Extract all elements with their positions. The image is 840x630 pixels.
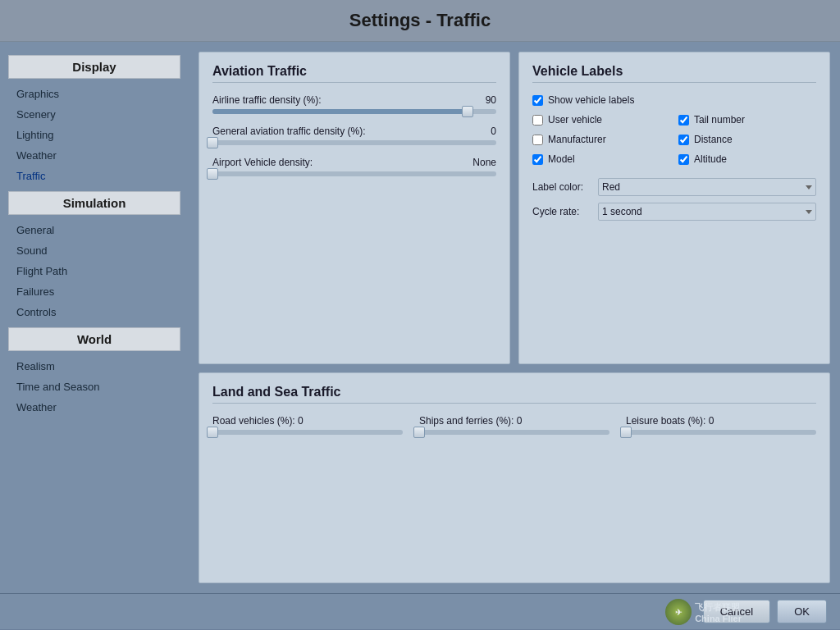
page-title: Settings - Traffic [349, 10, 491, 30]
sidebar-item-flight-path[interactable]: Flight Path [0, 261, 189, 281]
general-aviation-value: 0 [491, 126, 496, 137]
sidebar: Display Graphics Scenery Lighting Weathe… [0, 42, 189, 593]
road-vehicles-slider-row: Road vehicles (%): 0 [212, 415, 403, 435]
sidebar-item-controls[interactable]: Controls [0, 302, 189, 322]
watermark-logo: ✈ [665, 599, 692, 625]
airport-vehicle-track[interactable] [212, 171, 496, 176]
leisure-boats-slider-row: Leisure boats (%): 0 [626, 415, 816, 435]
manufacturer-row: Manufacturer [532, 134, 670, 145]
user-vehicle-checkbox[interactable] [532, 115, 543, 126]
altitude-row: Altitude [678, 153, 816, 165]
leisure-boats-label: Leisure boats (%): 0 [626, 415, 714, 427]
cycle-rate-label: Cycle rate: [532, 206, 598, 217]
airport-vehicle-slider-row: Airport Vehicle density: None [212, 157, 496, 176]
sidebar-item-general[interactable]: General [0, 220, 189, 240]
leisure-boats-value: 0 [709, 415, 714, 427]
general-aviation-label: General aviation traffic density (%): [212, 126, 366, 137]
general-aviation-slider-row: General aviation traffic density (%): 0 [212, 126, 496, 145]
sidebar-item-failures[interactable]: Failures [0, 281, 189, 302]
sidebar-item-graphics[interactable]: Graphics [0, 84, 189, 104]
sidebar-item-realism[interactable]: Realism [0, 356, 189, 377]
distance-row: Distance [678, 134, 816, 145]
manufacturer-checkbox[interactable] [532, 135, 543, 145]
show-vehicle-labels-checkbox[interactable] [532, 95, 543, 106]
show-vehicle-labels-text: Show vehicle labels [548, 94, 634, 106]
distance-checkbox[interactable] [678, 135, 689, 145]
show-vehicle-labels-row: Show vehicle labels [532, 94, 816, 106]
model-label: Model [548, 153, 575, 165]
leisure-boats-thumb[interactable] [620, 427, 632, 438]
sidebar-item-weather-world[interactable]: Weather [0, 397, 189, 418]
tail-number-row: Tail number [678, 114, 816, 126]
simulation-section-header: Simulation [8, 191, 180, 215]
ships-ferries-label: Ships and ferries (%): 0 [419, 415, 522, 427]
airport-vehicle-thumb[interactable] [207, 168, 218, 180]
airline-density-slider-row: Airline traffic density (%): 90 [212, 94, 496, 114]
sidebar-item-traffic[interactable]: Traffic [0, 166, 189, 186]
vehicle-labels-title: Vehicle Labels [532, 64, 816, 83]
display-section-header: Display [8, 55, 180, 79]
bottom-bar: Cancel OK ✈ 飞行者联盟China Flier [0, 593, 840, 629]
vehicle-labels-panel: Vehicle Labels Show vehicle labels User … [518, 52, 830, 364]
watermark-text: 飞行者联盟China Flier [695, 601, 742, 623]
user-vehicle-row: User vehicle [532, 114, 670, 126]
sidebar-item-sound[interactable]: Sound [0, 240, 189, 261]
sidebar-item-weather-display[interactable]: Weather [0, 145, 189, 166]
manufacturer-label: Manufacturer [548, 134, 606, 145]
airline-density-track[interactable] [212, 109, 496, 114]
ships-ferries-slider-row: Ships and ferries (%): 0 [419, 415, 609, 435]
general-aviation-track[interactable] [212, 140, 496, 145]
ships-ferries-track[interactable] [419, 430, 609, 435]
airline-density-value: 90 [486, 94, 496, 106]
distance-label: Distance [694, 134, 733, 145]
aviation-traffic-title: Aviation Traffic [212, 64, 496, 83]
general-aviation-thumb[interactable] [207, 137, 218, 148]
airline-density-label: Airline traffic density (%): [212, 94, 322, 106]
label-color-label: Label color: [532, 181, 598, 193]
sidebar-item-lighting[interactable]: Lighting [0, 125, 189, 145]
land-sea-traffic-panel: Land and Sea Traffic Road vehicles (%): … [199, 372, 830, 583]
title-bar: Settings - Traffic [0, 0, 840, 42]
label-color-row: Label color: Red Green Blue White Yellow [532, 178, 816, 196]
aviation-traffic-panel: Aviation Traffic Airline traffic density… [199, 52, 510, 364]
ships-ferries-thumb[interactable] [413, 427, 425, 438]
ok-button[interactable]: OK [777, 600, 827, 623]
sidebar-item-time-and-season[interactable]: Time and Season [0, 377, 189, 397]
road-vehicles-value: 0 [298, 415, 304, 427]
tail-number-checkbox[interactable] [678, 115, 689, 126]
sidebar-item-scenery[interactable]: Scenery [0, 104, 189, 125]
world-section-header: World [8, 327, 180, 351]
airport-vehicle-value: None [472, 157, 496, 168]
altitude-checkbox[interactable] [678, 154, 689, 165]
cycle-rate-select[interactable]: 1 second 2 seconds 5 seconds 10 seconds [598, 203, 816, 221]
model-checkbox[interactable] [532, 154, 543, 165]
cycle-rate-row: Cycle rate: 1 second 2 seconds 5 seconds… [532, 203, 816, 221]
leisure-boats-track[interactable] [626, 430, 816, 435]
land-sea-title: Land and Sea Traffic [212, 385, 816, 404]
tail-number-label: Tail number [694, 114, 745, 126]
user-vehicle-label: User vehicle [548, 114, 602, 126]
road-vehicles-track[interactable] [212, 430, 403, 435]
watermark: ✈ 飞行者联盟China Flier [665, 599, 742, 625]
road-vehicles-label: Road vehicles (%): 0 [212, 415, 304, 427]
ships-ferries-value: 0 [517, 415, 523, 427]
road-vehicles-thumb[interactable] [207, 427, 218, 438]
airport-vehicle-label: Airport Vehicle density: [212, 157, 313, 168]
airline-density-thumb[interactable] [462, 106, 473, 117]
model-row: Model [532, 153, 670, 165]
label-color-select[interactable]: Red Green Blue White Yellow [598, 178, 816, 196]
altitude-label: Altitude [694, 153, 727, 165]
